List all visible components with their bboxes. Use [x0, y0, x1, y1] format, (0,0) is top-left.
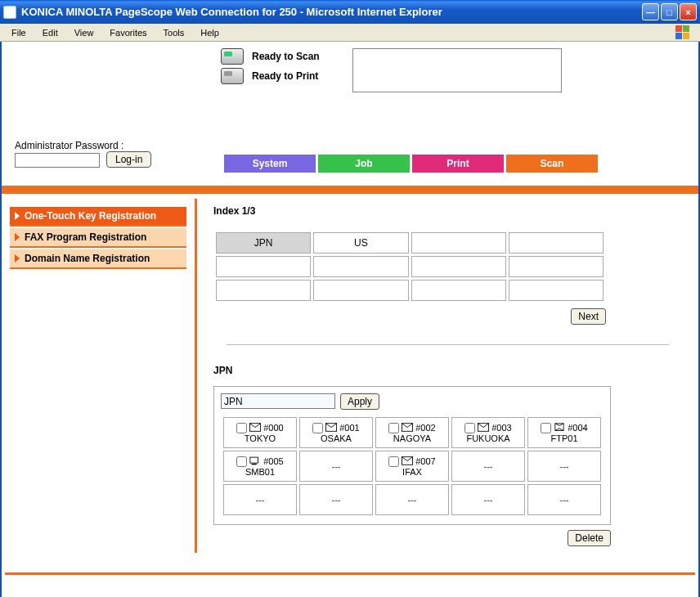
divider-bar-bottom: [5, 572, 695, 575]
window-maximize-button[interactable]: □: [661, 3, 678, 20]
index-cell-empty[interactable]: [509, 280, 604, 301]
index-cell-empty[interactable]: [313, 256, 408, 277]
triangle-icon: [15, 212, 20, 220]
tab-scan[interactable]: Scan: [506, 155, 598, 173]
destination-index: #000: [263, 423, 283, 433]
destination-index: #007: [415, 456, 435, 466]
destination-index: #004: [568, 423, 587, 433]
window-titlebar: KONICA MINOLTA PageScope Web Connection …: [0, 0, 700, 24]
menu-file[interactable]: File: [3, 26, 34, 39]
admin-login-block: Administrator Password : Log-in: [15, 140, 151, 168]
destination-index: #003: [491, 423, 511, 433]
mail-icon: [478, 423, 489, 433]
destination-name: OSAKA: [301, 433, 371, 443]
status-scan-label: Ready to Scan: [252, 51, 320, 62]
sidenav-domain-name[interactable]: Domain Name Registration: [10, 249, 186, 269]
mail-icon: [402, 423, 413, 433]
destination-cell[interactable]: ---: [375, 484, 449, 515]
destination-cell[interactable]: #002NAGOYA: [375, 417, 449, 448]
destination-cell[interactable]: ---: [527, 484, 601, 515]
triangle-icon: [15, 233, 20, 241]
index-table: JPN US: [213, 230, 606, 303]
destination-checkbox[interactable]: [464, 423, 475, 433]
window-title: KONICA MINOLTA PageScope Web Connection …: [21, 6, 642, 18]
window-minimize-button[interactable]: —: [642, 3, 659, 20]
index-cell-empty[interactable]: [411, 232, 506, 254]
delete-button[interactable]: Delete: [568, 530, 611, 546]
mail-icon: [325, 423, 337, 433]
tab-print[interactable]: Print: [412, 155, 504, 173]
scanner-icon: [221, 48, 244, 65]
destination-cell[interactable]: #000TOKYO: [223, 417, 297, 448]
destination-checkbox[interactable]: [388, 423, 399, 433]
destination-cell[interactable]: #003FUKUOKA: [451, 417, 525, 448]
ftp-icon: [554, 423, 565, 433]
index-cell-empty[interactable]: [216, 256, 311, 277]
triangle-icon: [15, 254, 20, 263]
smb-icon: [249, 456, 261, 466]
group-title: JPN: [213, 365, 682, 376]
tab-system[interactable]: System: [224, 155, 316, 173]
browser-menubar: File Edit View Favorites Tools Help: [0, 24, 700, 42]
section-separator: [227, 344, 669, 345]
side-nav: One-Touch Key Registration FAX Program R…: [2, 197, 195, 554]
destination-cell[interactable]: ---: [451, 451, 525, 482]
index-cell-us[interactable]: US: [313, 232, 408, 254]
destination-index: #002: [415, 423, 435, 433]
ie-favicon: [3, 6, 16, 19]
destination-cell[interactable]: ---: [299, 451, 373, 482]
index-cell-empty[interactable]: [509, 256, 604, 277]
destination-name: FUKUOKA: [453, 433, 523, 443]
sidenav-label: Domain Name Registration: [25, 253, 150, 264]
tab-job[interactable]: Job: [318, 155, 410, 173]
destination-name: TOKYO: [225, 433, 295, 443]
index-cell-jpn[interactable]: JPN: [216, 232, 311, 254]
mail-icon: [402, 456, 413, 466]
destination-cell[interactable]: ---: [223, 484, 297, 515]
admin-password-input[interactable]: [15, 153, 100, 168]
destination-cell[interactable]: ---: [527, 451, 601, 482]
menu-tools[interactable]: Tools: [155, 26, 193, 39]
index-heading: Index 1/3: [213, 205, 682, 217]
destination-checkbox[interactable]: [388, 456, 399, 467]
destination-checkbox[interactable]: [541, 423, 551, 433]
admin-password-label: Administrator Password :: [15, 140, 151, 151]
destination-table: #000TOKYO#001OSAKA#002NAGOYA#003FUKUOKA#…: [221, 415, 604, 518]
sidenav-one-touch[interactable]: One-Touch Key Registration: [10, 207, 186, 227]
svg-rect-4: [555, 424, 563, 431]
index-cell-empty[interactable]: [411, 280, 506, 301]
destination-name: FTP01: [529, 433, 599, 443]
destination-cell[interactable]: #001OSAKA: [299, 417, 373, 448]
destination-name: IFAX: [377, 467, 447, 477]
login-button[interactable]: Log-in: [106, 151, 151, 168]
destination-name: NAGOYA: [377, 433, 447, 443]
destination-checkbox[interactable]: [312, 423, 323, 433]
destination-cell[interactable]: #004FTP01: [527, 417, 601, 448]
apply-button[interactable]: Apply: [340, 393, 379, 410]
destination-cell[interactable]: #005SMB01: [223, 451, 297, 482]
menu-favorites[interactable]: Favorites: [101, 26, 155, 39]
menu-help[interactable]: Help: [192, 26, 227, 39]
destination-cell[interactable]: #007IFAX: [375, 451, 449, 482]
index-cell-empty[interactable]: [216, 280, 311, 301]
menu-view[interactable]: View: [66, 26, 102, 39]
destination-cell[interactable]: ---: [451, 484, 525, 515]
main-tab-bar: System Job Print Scan: [224, 155, 698, 173]
sidenav-label: One-Touch Key Registration: [25, 210, 156, 222]
destination-checkbox[interactable]: [236, 423, 247, 433]
sidenav-fax-program[interactable]: FAX Program Registration: [10, 228, 186, 248]
destination-cell[interactable]: ---: [299, 484, 373, 515]
status-print-label: Ready to Print: [252, 70, 318, 82]
index-cell-empty[interactable]: [313, 280, 408, 301]
index-cell-empty[interactable]: [411, 256, 506, 277]
windows-logo-icon: [672, 24, 697, 41]
next-button[interactable]: Next: [571, 308, 606, 325]
menu-edit[interactable]: Edit: [34, 26, 66, 39]
window-close-button[interactable]: ×: [680, 3, 697, 20]
destination-index: #001: [339, 423, 359, 433]
group-name-input[interactable]: [221, 393, 335, 409]
destination-checkbox[interactable]: [236, 456, 247, 467]
destination-name: SMB01: [225, 467, 295, 477]
index-cell-empty[interactable]: [509, 232, 604, 254]
mail-icon: [249, 423, 261, 433]
